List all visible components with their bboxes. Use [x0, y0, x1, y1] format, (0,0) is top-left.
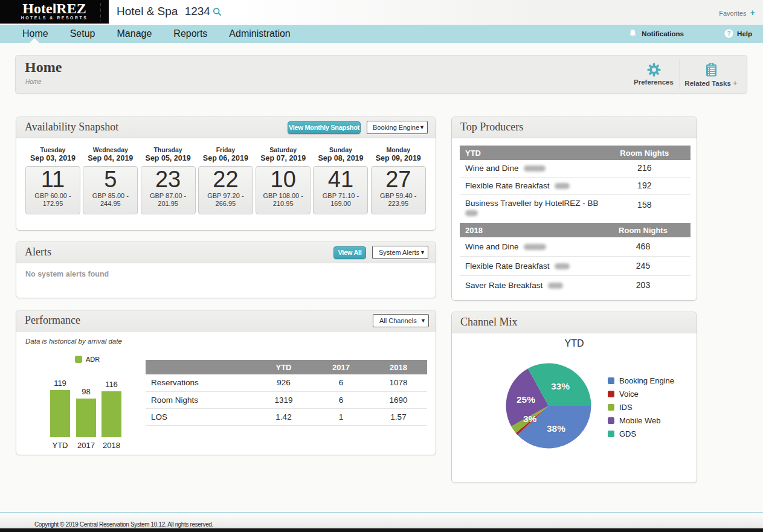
- svg-text:?: ?: [727, 30, 731, 37]
